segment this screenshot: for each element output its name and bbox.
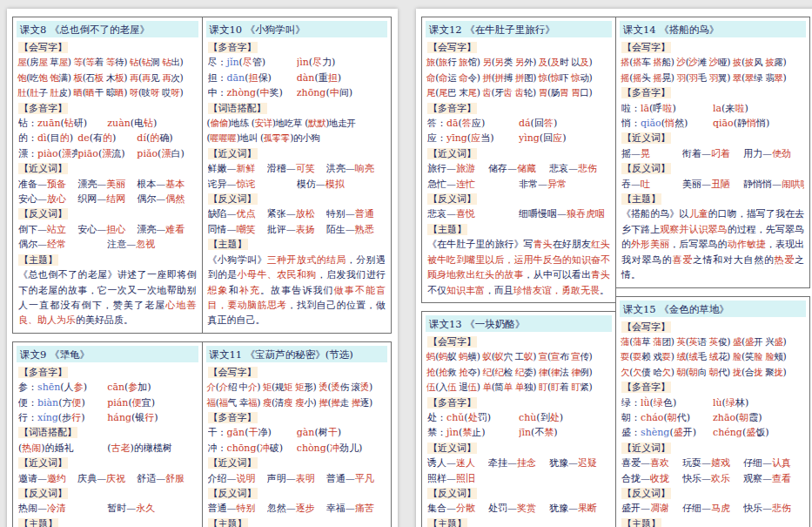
content-item: 普通—平凡: [326, 471, 386, 486]
highlight-red: 忽视: [136, 239, 155, 250]
highlight-red: 担: [248, 72, 258, 84]
highlight-red: 蚁: [482, 351, 491, 361]
content-line: 介(介绍 中介) 矩(规矩 矩形) 烫(烫伤 滚烫): [203, 380, 392, 395]
highlight-red: 悲伤: [578, 163, 597, 174]
highlight-red: 盛: [733, 336, 742, 347]
highlight-red: 结网: [106, 193, 125, 205]
highlight-red: lù: [713, 397, 722, 409]
lesson-title: 课文10 《小狗学叫》: [206, 21, 388, 37]
lesson-title: 课文14 《搭船的鸟》: [620, 21, 806, 37]
highlight-red: 基本: [165, 179, 185, 190]
highlight-red: 冲: [330, 443, 339, 454]
highlight-red: 说明: [237, 473, 256, 484]
page-2-column-2: 课文14 《搭船的鸟》【会写字】搭(搭车 搭船) 沙(沙滩 沙哑) 披(披风 披…: [615, 17, 810, 527]
lesson-card-lesson-10: 课文10 《小狗学叫》【多音字】尽：jǐn(尽管)jìn(尽力)担：dān(担保…: [202, 17, 393, 334]
section-label-row: 【会写字】: [422, 40, 615, 55]
pinyin-blue: shèng: [641, 427, 669, 438]
page-2-columns: 课文12 《在牛肚子里旅行》【会写字】旅(旅行 旅馆) 另(另类 另外) 及(及…: [421, 17, 811, 527]
highlight-red: 冲: [260, 443, 270, 454]
content-line: 诧异—惊诧模仿—模拟: [203, 177, 392, 192]
highlight-red: 脸: [765, 351, 774, 361]
highlight-red: 表明: [296, 473, 315, 484]
highlight-red: 担心: [106, 224, 125, 235]
highlight-red: 担: [328, 72, 338, 84]
lesson-title: 课文15 《金色的草地》: [620, 301, 806, 317]
highlight-red: 禁: [462, 427, 472, 438]
lesson-title: 课文11 《宝葫芦的秘密》(节选): [206, 346, 388, 362]
content-line: 尽：jǐn(尽管)jìn(尽力): [203, 55, 392, 70]
section-label-row: 【反义词】: [203, 192, 392, 206]
section-label-row: 【反义词】: [203, 486, 392, 501]
content-item: 尽：jǐn(尽管): [208, 55, 297, 70]
highlight-red: 蒲: [633, 336, 641, 347]
content-item: 应：yīng(应当): [427, 131, 519, 145]
content-item: 合拢—收拢: [621, 471, 682, 486]
pdf-canvas[interactable]: 课文8 《总也倒不了的老屋》【会写字】屋(房屋 草屋) 等(等着 等待) 钻(钻…: [0, 0, 812, 527]
highlight-red: 便: [72, 397, 82, 409]
highlight-red: 纪: [482, 367, 491, 377]
content-item: 偶尔—经常: [18, 237, 107, 252]
content-line: 答：dā(答应)dá(回答): [422, 116, 615, 131]
highlight-red: lā: [641, 103, 649, 114]
highlight-red: 站立: [47, 224, 66, 235]
highlight-red: 补充: [239, 285, 260, 296]
content-item: qiāo(静悄悄): [713, 116, 804, 131]
section-label: 【会写字】: [621, 321, 671, 333]
section-label: 【反义词】: [18, 208, 68, 220]
highlight-red: 优点: [237, 208, 256, 220]
page-1-column-1: 课文8 《总也倒不了的老屋》【会写字】屋(房屋 草屋) 等(等着 等待) 钻(钻…: [12, 17, 203, 527]
content-line: 偶尔—经常注意—忽视: [13, 237, 202, 252]
highlight-red: 板: [95, 72, 104, 83]
content-line: 吞—吐美丽—丑陋静悄悄—闹哄哄: [616, 177, 809, 192]
content-line: 命(命运 命令) 拼(拼搏 拼图) 惊(惊吓 惊动): [422, 71, 615, 85]
highlight-red: 命: [459, 72, 467, 83]
content-item: 啦：lā(呼啦): [621, 101, 713, 116]
highlight-red: 另: [515, 57, 524, 67]
content-item: 漂亮—美丽: [77, 177, 137, 192]
highlight-red: 干: [248, 427, 258, 438]
highlight-red: chù: [519, 412, 536, 423]
highlight-red: 屋: [17, 57, 26, 67]
content-line: 喜爱—喜欢玩耍—嬉戏仔细—认真: [616, 456, 809, 470]
section-label: 【反义词】: [208, 488, 258, 499]
highlight-red: 另: [482, 57, 491, 67]
highlight-red: 动作敏捷: [728, 239, 766, 250]
content-line: 急忙—连忙非常—异常: [422, 177, 615, 192]
content-item: 同情—嘲笑: [208, 222, 267, 237]
highlight-red: 盯: [571, 382, 580, 392]
highlight-red: 欠: [662, 367, 671, 377]
highlight-red: 漂: [102, 148, 111, 159]
highlight-red: 伍: [426, 382, 435, 392]
content-item: chòng(冲劲儿): [297, 441, 386, 456]
section-label: 【反义词】: [18, 488, 68, 499]
content-line: 朝：cháo(朝代)zhāo(朝霞): [616, 410, 809, 425]
highlight-red: 迷人: [456, 457, 475, 469]
content-line: 钻：zuān(钻研)zuàn(电钻): [13, 116, 202, 131]
content-line: (热闹)的婚礼(古老)的橄榄树: [13, 441, 202, 456]
highlight-red: 闹哄哄: [782, 179, 804, 190]
highlight-red: 干: [328, 427, 338, 438]
content-item: 注意—忽视: [107, 237, 196, 252]
highlight-red: 青头: [591, 269, 610, 280]
highlight-red: 伍: [468, 382, 477, 392]
highlight-red: 欠: [621, 367, 629, 377]
content-line: 绿：lǜ(绿色)lù(绿林): [616, 395, 809, 410]
highlight-red: 脸: [733, 351, 742, 361]
highlight-red: 钻: [144, 118, 153, 129]
highlight-red: 应: [471, 132, 480, 144]
content-item: 的：dì(目的): [18, 131, 77, 145]
highlight-red: 小母牛、农民和狗: [238, 269, 317, 280]
content-item: 偶尔—偶然: [137, 192, 196, 206]
highlight-red: 储藏: [517, 163, 536, 174]
highlight-red: cháo: [641, 412, 663, 423]
highlight-red: 蚂: [426, 351, 435, 361]
highlight-red: 奖赏: [517, 503, 536, 514]
highlight-red: 处: [550, 412, 560, 423]
content-line: 摇(摇头 摇晃) 羽(羽毛 羽翼) 翠(翠绿 翡翠): [616, 71, 809, 85]
theme-paragraph: 《在牛肚子里的旅行》写青头在好朋友红头被牛吃到嘴里以后，运用牛反刍的知识奋不顾身…: [422, 237, 615, 298]
highlight-red: 尾: [468, 87, 477, 98]
content-item: (古老)的橄榄树: [107, 441, 196, 456]
highlight-red: 便: [132, 397, 142, 409]
content-item: 干：gān(干净): [208, 425, 297, 440]
highlight-red: 行: [71, 412, 81, 423]
